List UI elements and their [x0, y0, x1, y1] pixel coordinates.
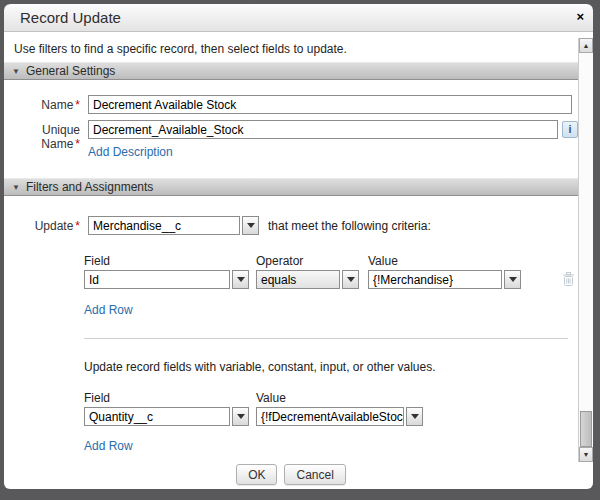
- criteria-field-combobox[interactable]: Id: [84, 270, 249, 289]
- delete-row-trash-icon[interactable]: [562, 272, 575, 291]
- footer-button-row: OK Cancel: [4, 464, 578, 485]
- criteria-text: that meet the following criteria:: [268, 219, 431, 233]
- name-input[interactable]: Decrement Available Stock: [88, 95, 572, 114]
- update-object-value[interactable]: Merchandise__c: [88, 216, 240, 235]
- chevron-down-icon[interactable]: [232, 407, 249, 426]
- vertical-scrollbar[interactable]: ▲ ▼: [578, 38, 593, 462]
- scrollbar-thumb[interactable]: [580, 411, 592, 447]
- criteria-operator-value[interactable]: equals: [256, 270, 340, 289]
- criteria-field-value[interactable]: Id: [84, 270, 230, 289]
- assignment-value-value[interactable]: {!fDecrementAvailableStock}: [256, 407, 404, 426]
- add-row-link-assignments[interactable]: Add Row: [84, 439, 133, 453]
- column-header-field: Field: [84, 254, 110, 268]
- section-divider: [84, 338, 568, 339]
- section-header-general-settings[interactable]: ▼ General Settings: [4, 62, 578, 80]
- criteria-value-value[interactable]: {!Merchandise}: [368, 270, 502, 289]
- dialog-description: Use filters to find a specific record, t…: [14, 42, 347, 56]
- collapse-triangle-icon: ▼: [12, 67, 20, 76]
- scroll-down-icon[interactable]: ▼: [579, 447, 593, 462]
- section-header-filters-assignments[interactable]: ▼ Filters and Assignments: [4, 178, 578, 196]
- column-header-operator: Operator: [256, 254, 303, 268]
- info-icon[interactable]: i: [562, 121, 578, 138]
- name-label: Name*: [4, 98, 80, 112]
- assignment-field-value[interactable]: Quantity__c: [84, 407, 230, 426]
- criteria-operator-dropdown[interactable]: equals: [256, 270, 359, 289]
- chevron-down-icon[interactable]: [242, 216, 259, 235]
- cancel-button[interactable]: Cancel: [284, 464, 345, 485]
- required-marker: *: [75, 98, 80, 112]
- chevron-down-icon[interactable]: [504, 270, 521, 289]
- chevron-down-icon[interactable]: [406, 407, 423, 426]
- add-row-link-criteria[interactable]: Add Row: [84, 303, 133, 317]
- section-title: General Settings: [26, 64, 115, 78]
- required-marker: *: [75, 219, 80, 233]
- dialog-titlebar: Record Update ×: [4, 4, 593, 32]
- collapse-triangle-icon: ▼: [12, 183, 20, 192]
- scrollbar-track[interactable]: [579, 53, 593, 447]
- ok-button[interactable]: OK: [236, 464, 277, 485]
- record-update-dialog: Record Update × Use filters to find a sp…: [4, 4, 593, 489]
- criteria-value-combobox[interactable]: {!Merchandise}: [368, 270, 521, 289]
- scroll-up-icon[interactable]: ▲: [579, 38, 593, 53]
- dialog-content: Use filters to find a specific record, t…: [4, 32, 593, 489]
- add-description-link[interactable]: Add Description: [88, 145, 173, 159]
- dialog-title: Record Update: [20, 9, 121, 26]
- close-icon[interactable]: ×: [576, 10, 584, 24]
- unique-name-input[interactable]: Decrement_Available_Stock: [88, 120, 558, 139]
- column-header-value: Value: [368, 254, 398, 268]
- update-object-combobox[interactable]: Merchandise__c: [88, 216, 259, 235]
- assignments-description: Update record fields with variable, cons…: [84, 360, 436, 374]
- column-header-field: Field: [84, 391, 110, 405]
- unique-name-label: Unique Name*: [4, 123, 80, 151]
- column-header-value: Value: [256, 391, 286, 405]
- update-label: Update*: [4, 219, 80, 233]
- chevron-down-icon[interactable]: [232, 270, 249, 289]
- chevron-down-icon[interactable]: [342, 270, 359, 289]
- section-title: Filters and Assignments: [26, 180, 153, 194]
- assignment-field-combobox[interactable]: Quantity__c: [84, 407, 249, 426]
- required-marker: *: [75, 137, 80, 151]
- assignment-value-combobox[interactable]: {!fDecrementAvailableStock}: [256, 407, 423, 426]
